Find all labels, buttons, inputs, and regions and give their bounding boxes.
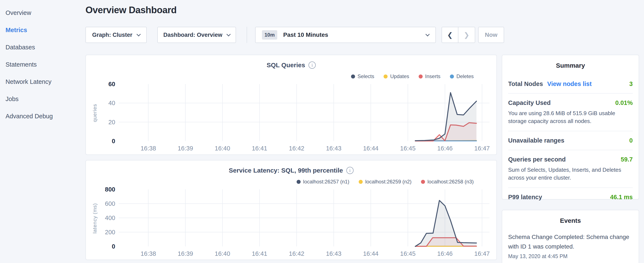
controls-divider: [247, 27, 247, 43]
legend-item-n2[interactable]: localhost:26259 (n2): [359, 179, 412, 185]
legend-item-n1[interactable]: localhost:26257 (n1): [296, 179, 349, 185]
event-entry[interactable]: Schema Change Completed: Schema change w…: [508, 232, 633, 251]
svg-text:16:43: 16:43: [326, 145, 342, 152]
svg-text:16:40: 16:40: [215, 145, 230, 152]
svg-text:20: 20: [108, 119, 115, 126]
svg-text:16:40: 16:40: [215, 250, 230, 257]
legend-label: localhost:26259 (n2): [365, 179, 412, 185]
svg-text:60: 60: [108, 81, 115, 87]
time-range-badge: 10m: [262, 30, 277, 40]
chart-legend: Selects Updates Inserts Deletes: [351, 73, 474, 79]
chart-legend: localhost:26257 (n1) localhost:26259 (n2…: [296, 179, 474, 185]
series-dot-icon: [419, 75, 423, 79]
time-step-buttons: ❮ ❯: [442, 27, 475, 43]
sidebar-item-jobs[interactable]: Jobs: [0, 90, 85, 108]
summary-title: Summary: [502, 62, 639, 69]
svg-text:600: 600: [105, 200, 115, 207]
chart-title: SQL Queries: [266, 62, 305, 69]
summary-row-unavailable-ranges: Unavailable ranges 0: [508, 131, 633, 150]
legend-label: Updates: [390, 73, 409, 79]
sql-queries-chart: 020406016:3816:3916:4016:4116:4216:4316:…: [92, 79, 491, 153]
series-dot-icon: [296, 180, 301, 184]
svg-text:16:45: 16:45: [400, 250, 416, 257]
summary-value: 59.7: [621, 156, 633, 163]
legend-label: Deletes: [456, 73, 474, 79]
events-title: Events: [502, 217, 639, 224]
series-dot-icon: [450, 75, 454, 79]
summary-value: 3: [629, 80, 633, 87]
summary-label: Total Nodes: [508, 80, 543, 87]
summary-panel: Summary Total Nodes View nodes list 3 Ca…: [502, 55, 639, 200]
svg-text:16:42: 16:42: [289, 250, 304, 257]
svg-text:16:46: 16:46: [437, 250, 453, 257]
sidebar-item-metrics[interactable]: Metrics: [0, 22, 85, 39]
graph-dropdown[interactable]: Graph: Cluster: [86, 27, 147, 43]
svg-text:16:38: 16:38: [140, 145, 156, 152]
svg-text:16:47: 16:47: [474, 250, 490, 257]
summary-value: 0: [629, 137, 633, 144]
sidebar-item-overview[interactable]: Overview: [0, 4, 85, 22]
legend-label: localhost:26257 (n1): [303, 179, 349, 185]
summary-label: Queries per second: [508, 156, 566, 163]
legend-item-deletes[interactable]: Deletes: [450, 73, 474, 79]
view-nodes-list-link[interactable]: View nodes list: [547, 80, 592, 87]
legend-item-selects[interactable]: Selects: [351, 73, 374, 79]
dashboard-dropdown[interactable]: Dashboard: Overview: [157, 27, 236, 43]
summary-value: 46.1 ms: [610, 194, 633, 201]
time-range-label: Past 10 Minutes: [283, 32, 420, 38]
summary-label: Unavailable ranges: [508, 137, 564, 144]
svg-text:queries: queries: [92, 104, 98, 122]
summary-description: You are using 28.6 MiB of 515.9 GiB usab…: [508, 109, 633, 125]
graph-dropdown-label: Graph: Cluster: [92, 32, 132, 38]
chevron-down-icon: [136, 32, 141, 36]
chevron-down-icon: [226, 32, 231, 36]
info-icon[interactable]: i: [308, 62, 316, 69]
summary-row-queries-per-second: Queries per second 59.7 Sum of Selects, …: [508, 150, 633, 187]
summary-description: Sum of Selects, Updates, Inserts, and De…: [508, 166, 633, 182]
svg-text:200: 200: [105, 229, 115, 235]
events-panel: Events Schema Change Completed: Schema c…: [502, 210, 639, 263]
svg-text:16:43: 16:43: [326, 250, 342, 257]
svg-text:0: 0: [112, 138, 115, 144]
time-range-picker[interactable]: 10m Past 10 Minutes: [255, 27, 436, 43]
summary-row-p99-latency: P99 latency 46.1 ms: [508, 187, 633, 206]
next-time-button[interactable]: ❯: [458, 27, 475, 43]
chart-title: Service Latency: SQL, 99th percentile: [229, 167, 343, 174]
summary-row-capacity-used: Capacity Used 0.01% You are using 28.6 M…: [508, 93, 633, 131]
sidebar-item-advanced-debug[interactable]: Advanced Debug: [0, 108, 85, 125]
svg-text:16:46: 16:46: [437, 145, 453, 152]
legend-item-updates[interactable]: Updates: [384, 73, 409, 79]
svg-text:16:42: 16:42: [289, 145, 304, 152]
page-title: Overview Dashboard: [86, 5, 177, 15]
svg-text:16:47: 16:47: [474, 145, 490, 152]
svg-text:latency (ms): latency (ms): [92, 203, 98, 234]
dashboard-dropdown-label: Dashboard: Overview: [163, 32, 222, 38]
now-button[interactable]: Now: [478, 27, 504, 43]
service-latency-panel: Service Latency: SQL, 99th percentile i …: [86, 160, 497, 260]
legend-item-inserts[interactable]: Inserts: [419, 73, 440, 79]
previous-time-button[interactable]: ❮: [442, 27, 458, 43]
sql-queries-panel: SQL Queries i Selects Updates Inserts De…: [86, 55, 497, 155]
svg-text:16:45: 16:45: [400, 145, 416, 152]
svg-text:16:39: 16:39: [178, 145, 193, 152]
info-icon[interactable]: i: [346, 167, 354, 174]
legend-label: Selects: [358, 73, 374, 79]
sidebar: Overview Metrics Databases Statements Ne…: [0, 0, 85, 263]
series-dot-icon: [384, 75, 388, 79]
svg-text:16:41: 16:41: [252, 250, 267, 257]
sidebar-item-databases[interactable]: Databases: [0, 39, 85, 56]
summary-row-total-nodes: Total Nodes View nodes list 3: [508, 75, 633, 93]
service-latency-chart: 020040060080016:3816:3916:4016:4116:4216…: [92, 184, 491, 259]
svg-text:0: 0: [112, 243, 115, 250]
chevron-down-icon: [426, 32, 430, 36]
event-timestamp: May 13, 2020 at 4:45 PM: [508, 253, 633, 259]
sidebar-item-statements[interactable]: Statements: [0, 56, 85, 73]
legend-label: Inserts: [425, 73, 440, 79]
overview-dashboard-page: { "page": { "title": "Overview Dashboard…: [0, 0, 644, 263]
sidebar-item-network-latency[interactable]: Network Latency: [0, 73, 85, 90]
legend-item-n3[interactable]: localhost:26258 (n3): [421, 179, 474, 185]
svg-text:400: 400: [105, 214, 115, 221]
svg-text:16:44: 16:44: [363, 250, 379, 257]
svg-text:16:38: 16:38: [140, 250, 156, 257]
series-dot-icon: [359, 180, 363, 184]
